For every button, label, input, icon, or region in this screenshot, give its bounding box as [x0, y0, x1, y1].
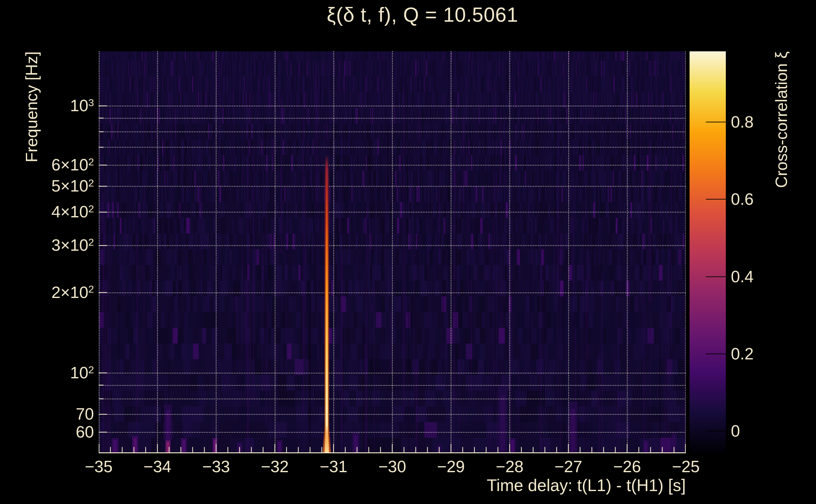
x-tick-label: −34	[143, 458, 171, 475]
x-tick-label: −28	[496, 458, 523, 475]
y-tick-exponent: 2	[88, 203, 94, 215]
y-tick-mantissa: 10	[70, 364, 88, 382]
y-tick-label: 3×102	[0, 237, 94, 253]
y-tick-mantissa: 2×10	[51, 283, 88, 301]
heatmap-canvas	[99, 51, 686, 453]
colorbar-title: Cross-correlation ξ	[772, 51, 791, 188]
colorbar-tick-label: 0.6	[731, 191, 754, 207]
y-tick-label: 60	[0, 424, 94, 440]
colorbar-tick-label: 0.8	[731, 114, 754, 130]
colorbar-tick-label: 0.4	[731, 268, 754, 285]
y-tick-mantissa: 60	[76, 423, 94, 441]
y-tick-exponent: 2	[88, 156, 94, 168]
y-tick-label: 102	[0, 364, 94, 381]
colorbar-tick-label: 0.2	[731, 346, 754, 362]
y-tick-mantissa: 3×10	[51, 236, 88, 254]
plot-title: ξ(δ t, f), Q = 10.5061	[113, 3, 732, 26]
y-tick-mantissa: 70	[76, 405, 94, 423]
y-tick-label: 6×102	[0, 157, 94, 173]
y-tick-mantissa: 5×10	[51, 177, 88, 195]
y-tick-exponent: 2	[88, 364, 94, 375]
x-tick-label: −26	[613, 458, 641, 475]
y-tick-mantissa: 10	[70, 96, 88, 115]
x-tick-label: −33	[202, 458, 230, 475]
x-tick-label: −32	[261, 458, 289, 475]
y-tick-mantissa: 4×10	[51, 203, 88, 221]
y-tick-label: 4×102	[0, 203, 94, 220]
colorbar-tick-label: 0	[731, 423, 740, 439]
figure: ξ(δ t, f), Q = 10.5061 Frequency [Hz] Cr…	[0, 0, 816, 504]
y-tick-label: 103	[0, 97, 94, 114]
x-axis-title: Time delay: t(L1) - t(H1) [s]	[99, 476, 686, 495]
y-tick-exponent: 3	[88, 97, 94, 108]
y-tick-label: 2×102	[0, 284, 94, 301]
y-tick-mantissa: 6×10	[51, 156, 88, 174]
y-tick-label: 70	[0, 406, 94, 422]
x-tick-label: −35	[85, 458, 112, 475]
y-tick-exponent: 2	[88, 283, 94, 295]
y-tick-exponent: 2	[88, 237, 94, 248]
y-tick-label: 5×102	[0, 178, 94, 194]
x-tick-label: −25	[672, 458, 700, 475]
colorbar	[690, 51, 726, 453]
x-tick-label: −27	[554, 458, 582, 475]
x-tick-label: −31	[320, 458, 348, 475]
y-tick-exponent: 2	[88, 177, 94, 189]
x-tick-label: −29	[437, 458, 465, 475]
x-tick-label: −30	[378, 458, 406, 475]
